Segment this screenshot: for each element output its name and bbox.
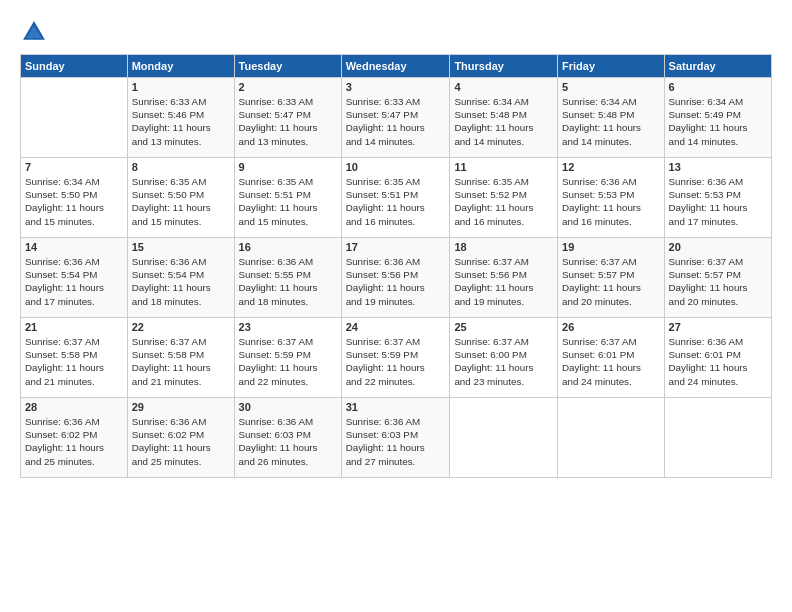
day-number: 7 — [25, 161, 123, 173]
day-info: Sunrise: 6:36 AM Sunset: 5:54 PM Dayligh… — [132, 255, 230, 308]
calendar-cell: 16Sunrise: 6:36 AM Sunset: 5:55 PM Dayli… — [234, 238, 341, 318]
col-header-wednesday: Wednesday — [341, 55, 450, 78]
calendar-cell: 4Sunrise: 6:34 AM Sunset: 5:48 PM Daylig… — [450, 78, 558, 158]
calendar-cell: 1Sunrise: 6:33 AM Sunset: 5:46 PM Daylig… — [127, 78, 234, 158]
day-info: Sunrise: 6:37 AM Sunset: 5:58 PM Dayligh… — [132, 335, 230, 388]
day-info: Sunrise: 6:37 AM Sunset: 6:01 PM Dayligh… — [562, 335, 660, 388]
logo-icon — [20, 18, 48, 46]
day-info: Sunrise: 6:36 AM Sunset: 6:03 PM Dayligh… — [239, 415, 337, 468]
day-number: 4 — [454, 81, 553, 93]
day-number: 17 — [346, 241, 446, 253]
calendar-cell: 11Sunrise: 6:35 AM Sunset: 5:52 PM Dayli… — [450, 158, 558, 238]
day-number: 20 — [669, 241, 767, 253]
col-header-saturday: Saturday — [664, 55, 771, 78]
calendar-cell: 18Sunrise: 6:37 AM Sunset: 5:56 PM Dayli… — [450, 238, 558, 318]
day-number: 11 — [454, 161, 553, 173]
calendar-row: 21Sunrise: 6:37 AM Sunset: 5:58 PM Dayli… — [21, 318, 772, 398]
day-info: Sunrise: 6:34 AM Sunset: 5:49 PM Dayligh… — [669, 95, 767, 148]
col-header-thursday: Thursday — [450, 55, 558, 78]
day-number: 21 — [25, 321, 123, 333]
day-info: Sunrise: 6:33 AM Sunset: 5:46 PM Dayligh… — [132, 95, 230, 148]
calendar-cell: 19Sunrise: 6:37 AM Sunset: 5:57 PM Dayli… — [558, 238, 665, 318]
calendar-row: 28Sunrise: 6:36 AM Sunset: 6:02 PM Dayli… — [21, 398, 772, 478]
calendar-cell: 22Sunrise: 6:37 AM Sunset: 5:58 PM Dayli… — [127, 318, 234, 398]
day-info: Sunrise: 6:35 AM Sunset: 5:52 PM Dayligh… — [454, 175, 553, 228]
day-info: Sunrise: 6:36 AM Sunset: 6:02 PM Dayligh… — [25, 415, 123, 468]
day-info: Sunrise: 6:37 AM Sunset: 5:56 PM Dayligh… — [454, 255, 553, 308]
calendar-cell: 7Sunrise: 6:34 AM Sunset: 5:50 PM Daylig… — [21, 158, 128, 238]
day-number: 27 — [669, 321, 767, 333]
calendar-cell: 24Sunrise: 6:37 AM Sunset: 5:59 PM Dayli… — [341, 318, 450, 398]
day-info: Sunrise: 6:35 AM Sunset: 5:51 PM Dayligh… — [239, 175, 337, 228]
day-number: 19 — [562, 241, 660, 253]
calendar-table: SundayMondayTuesdayWednesdayThursdayFrid… — [20, 54, 772, 478]
calendar-cell: 13Sunrise: 6:36 AM Sunset: 5:53 PM Dayli… — [664, 158, 771, 238]
day-info: Sunrise: 6:35 AM Sunset: 5:51 PM Dayligh… — [346, 175, 446, 228]
day-number: 1 — [132, 81, 230, 93]
calendar-cell: 29Sunrise: 6:36 AM Sunset: 6:02 PM Dayli… — [127, 398, 234, 478]
day-number: 24 — [346, 321, 446, 333]
day-number: 5 — [562, 81, 660, 93]
calendar-cell: 14Sunrise: 6:36 AM Sunset: 5:54 PM Dayli… — [21, 238, 128, 318]
day-info: Sunrise: 6:37 AM Sunset: 5:58 PM Dayligh… — [25, 335, 123, 388]
calendar-row: 14Sunrise: 6:36 AM Sunset: 5:54 PM Dayli… — [21, 238, 772, 318]
day-info: Sunrise: 6:36 AM Sunset: 5:53 PM Dayligh… — [562, 175, 660, 228]
day-info: Sunrise: 6:37 AM Sunset: 5:57 PM Dayligh… — [669, 255, 767, 308]
calendar-cell — [664, 398, 771, 478]
day-info: Sunrise: 6:34 AM Sunset: 5:48 PM Dayligh… — [562, 95, 660, 148]
day-number: 8 — [132, 161, 230, 173]
day-info: Sunrise: 6:37 AM Sunset: 6:00 PM Dayligh… — [454, 335, 553, 388]
page: SundayMondayTuesdayWednesdayThursdayFrid… — [0, 0, 792, 612]
calendar-row: 7Sunrise: 6:34 AM Sunset: 5:50 PM Daylig… — [21, 158, 772, 238]
col-header-tuesday: Tuesday — [234, 55, 341, 78]
calendar-cell: 10Sunrise: 6:35 AM Sunset: 5:51 PM Dayli… — [341, 158, 450, 238]
calendar-cell: 20Sunrise: 6:37 AM Sunset: 5:57 PM Dayli… — [664, 238, 771, 318]
day-info: Sunrise: 6:33 AM Sunset: 5:47 PM Dayligh… — [239, 95, 337, 148]
col-header-friday: Friday — [558, 55, 665, 78]
calendar-cell — [21, 78, 128, 158]
day-info: Sunrise: 6:37 AM Sunset: 5:59 PM Dayligh… — [346, 335, 446, 388]
calendar-cell: 3Sunrise: 6:33 AM Sunset: 5:47 PM Daylig… — [341, 78, 450, 158]
col-header-monday: Monday — [127, 55, 234, 78]
day-info: Sunrise: 6:36 AM Sunset: 5:54 PM Dayligh… — [25, 255, 123, 308]
day-info: Sunrise: 6:34 AM Sunset: 5:50 PM Dayligh… — [25, 175, 123, 228]
header — [20, 18, 772, 46]
day-info: Sunrise: 6:36 AM Sunset: 6:01 PM Dayligh… — [669, 335, 767, 388]
day-info: Sunrise: 6:36 AM Sunset: 5:53 PM Dayligh… — [669, 175, 767, 228]
day-number: 9 — [239, 161, 337, 173]
day-number: 6 — [669, 81, 767, 93]
calendar-cell: 26Sunrise: 6:37 AM Sunset: 6:01 PM Dayli… — [558, 318, 665, 398]
col-header-sunday: Sunday — [21, 55, 128, 78]
day-number: 31 — [346, 401, 446, 413]
calendar-cell — [558, 398, 665, 478]
day-number: 2 — [239, 81, 337, 93]
calendar-cell: 2Sunrise: 6:33 AM Sunset: 5:47 PM Daylig… — [234, 78, 341, 158]
calendar-cell: 9Sunrise: 6:35 AM Sunset: 5:51 PM Daylig… — [234, 158, 341, 238]
day-number: 3 — [346, 81, 446, 93]
day-number: 14 — [25, 241, 123, 253]
day-number: 13 — [669, 161, 767, 173]
calendar-cell: 31Sunrise: 6:36 AM Sunset: 6:03 PM Dayli… — [341, 398, 450, 478]
day-info: Sunrise: 6:37 AM Sunset: 5:57 PM Dayligh… — [562, 255, 660, 308]
calendar-cell: 17Sunrise: 6:36 AM Sunset: 5:56 PM Dayli… — [341, 238, 450, 318]
calendar-cell: 27Sunrise: 6:36 AM Sunset: 6:01 PM Dayli… — [664, 318, 771, 398]
day-number: 15 — [132, 241, 230, 253]
day-number: 10 — [346, 161, 446, 173]
day-number: 23 — [239, 321, 337, 333]
day-number: 28 — [25, 401, 123, 413]
calendar-cell: 28Sunrise: 6:36 AM Sunset: 6:02 PM Dayli… — [21, 398, 128, 478]
day-number: 25 — [454, 321, 553, 333]
calendar-cell — [450, 398, 558, 478]
calendar-cell: 12Sunrise: 6:36 AM Sunset: 5:53 PM Dayli… — [558, 158, 665, 238]
calendar-cell: 6Sunrise: 6:34 AM Sunset: 5:49 PM Daylig… — [664, 78, 771, 158]
calendar-cell: 5Sunrise: 6:34 AM Sunset: 5:48 PM Daylig… — [558, 78, 665, 158]
day-number: 22 — [132, 321, 230, 333]
day-number: 30 — [239, 401, 337, 413]
day-info: Sunrise: 6:35 AM Sunset: 5:50 PM Dayligh… — [132, 175, 230, 228]
day-info: Sunrise: 6:36 AM Sunset: 5:56 PM Dayligh… — [346, 255, 446, 308]
day-info: Sunrise: 6:34 AM Sunset: 5:48 PM Dayligh… — [454, 95, 553, 148]
day-info: Sunrise: 6:36 AM Sunset: 5:55 PM Dayligh… — [239, 255, 337, 308]
calendar-cell: 15Sunrise: 6:36 AM Sunset: 5:54 PM Dayli… — [127, 238, 234, 318]
day-number: 26 — [562, 321, 660, 333]
logo — [20, 18, 52, 46]
